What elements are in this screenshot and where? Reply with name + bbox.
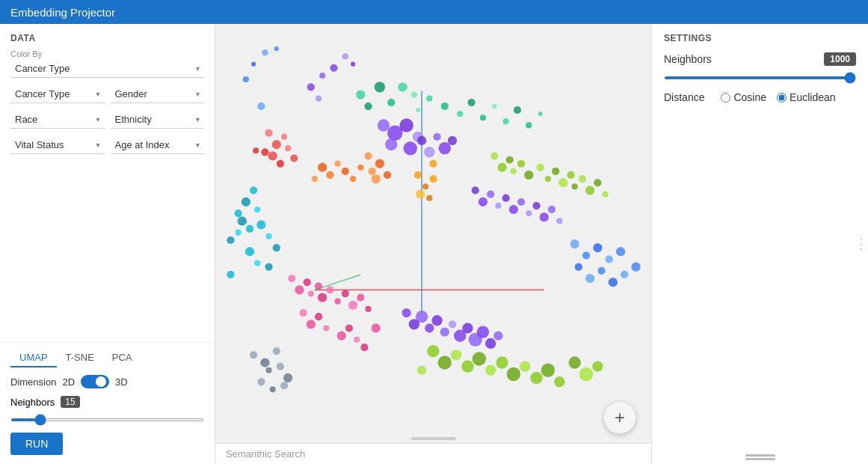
cancer-type-select[interactable]: Cancer Type [10, 85, 105, 103]
run-button[interactable]: RUN [10, 433, 63, 455]
svg-point-4 [330, 64, 337, 72]
race-select-wrapper[interactable]: Race [10, 111, 111, 129]
svg-point-156 [541, 364, 555, 377]
svg-point-176 [266, 367, 272, 373]
svg-point-119 [335, 299, 341, 305]
svg-point-117 [318, 293, 327, 302]
svg-point-157 [417, 366, 426, 375]
vital-status-select[interactable]: Vital Status [10, 136, 105, 154]
svg-point-41 [448, 136, 457, 145]
pull-handle2 [745, 458, 775, 460]
svg-point-145 [493, 332, 502, 341]
resize-handle[interactable]: ⋮ [855, 236, 868, 252]
svg-point-162 [570, 239, 579, 248]
svg-point-79 [273, 244, 280, 251]
svg-point-28 [514, 106, 521, 114]
svg-point-165 [606, 255, 613, 263]
svg-point-44 [429, 175, 437, 183]
svg-point-138 [440, 327, 449, 336]
svg-point-177 [277, 363, 284, 370]
svg-point-174 [260, 358, 269, 367]
svg-point-62 [372, 174, 381, 183]
distance-label: Distance [664, 91, 704, 103]
svg-point-122 [357, 293, 364, 301]
svg-point-19 [364, 103, 372, 110]
svg-point-57 [364, 152, 372, 159]
ethnicity-select[interactable]: Ethnicity [111, 111, 205, 129]
svg-point-99 [603, 191, 609, 197]
svg-point-104 [502, 195, 510, 202]
neighbors-settings-slider[interactable] [664, 76, 856, 79]
gender-select-wrapper[interactable]: Gender [111, 85, 205, 103]
gender-select[interactable]: Gender [111, 85, 205, 103]
svg-point-178 [283, 373, 292, 382]
svg-point-109 [540, 213, 549, 222]
svg-point-12 [262, 49, 268, 55]
color-by-select[interactable]: Cancer Type [10, 60, 204, 78]
zoom-button[interactable]: + [603, 401, 636, 434]
svg-point-101 [478, 198, 487, 207]
age-at-index-select[interactable]: Age at Index [111, 136, 205, 154]
svg-point-81 [254, 260, 260, 266]
vital-status-select-wrapper[interactable]: Vital Status [10, 136, 111, 154]
dimension-row: Dimension 2D 3D [10, 375, 204, 388]
age-at-index-select-wrapper[interactable]: Age at Index [111, 136, 205, 154]
svg-point-68 [312, 176, 318, 182]
svg-point-21 [416, 108, 420, 112]
svg-point-168 [585, 274, 594, 283]
neighbors-slider-container [10, 412, 204, 424]
svg-point-49 [272, 140, 281, 149]
svg-point-47 [429, 159, 437, 167]
svg-point-83 [227, 271, 234, 278]
svg-point-149 [461, 360, 473, 372]
search-label: Semanthic Search [226, 448, 305, 460]
cosine-label: Cosine [733, 91, 766, 103]
dimension-label: Dimension [10, 376, 56, 388]
svg-point-164 [593, 243, 602, 252]
svg-point-120 [342, 290, 349, 297]
svg-point-74 [246, 225, 253, 232]
tab-tsne[interactable]: T-SNE [57, 349, 103, 367]
svg-point-85 [497, 163, 506, 172]
svg-point-107 [526, 210, 532, 216]
left-panel: DATA Color By Cancer Type Cancer Type [0, 24, 215, 464]
svg-point-175 [250, 351, 257, 358]
neighbors-settings-badge: 1000 [824, 52, 856, 66]
toggle-slider [81, 375, 109, 388]
svg-point-64 [342, 168, 349, 175]
color-by-dropdown-wrapper: Cancer Type [10, 60, 204, 78]
race-select[interactable]: Race [10, 111, 105, 129]
neighbors-slider[interactable] [10, 418, 204, 421]
svg-point-129 [345, 324, 353, 332]
svg-point-93 [558, 178, 567, 187]
svg-point-152 [496, 356, 508, 368]
svg-point-139 [449, 320, 456, 328]
svg-point-126 [315, 313, 322, 320]
svg-point-46 [426, 195, 432, 201]
svg-point-153 [507, 367, 520, 381]
svg-point-158 [554, 376, 564, 387]
euclidean-radio-label[interactable]: Euclidean [777, 91, 836, 103]
svg-point-10 [243, 76, 249, 82]
svg-point-131 [372, 323, 381, 332]
svg-point-123 [365, 306, 371, 312]
svg-point-30 [538, 112, 543, 116]
svg-point-50 [261, 148, 268, 156]
svg-point-121 [348, 301, 357, 310]
cosine-radio[interactable] [721, 93, 730, 103]
euclidean-label: Euclidean [789, 91, 836, 103]
svg-point-56 [253, 147, 259, 153]
cancer-type-select-wrapper[interactable]: Cancer Type [10, 85, 111, 103]
ethnicity-select-wrapper[interactable]: Ethnicity [111, 111, 205, 129]
svg-point-71 [235, 210, 242, 217]
cosine-radio-label[interactable]: Cosine [721, 91, 766, 103]
svg-point-22 [441, 103, 449, 110]
svg-point-38 [424, 147, 434, 157]
tab-pca[interactable]: PCA [103, 349, 141, 367]
color-by-select-wrapper[interactable]: Cancer Type [10, 60, 204, 78]
euclidean-radio[interactable] [777, 93, 787, 103]
dimension-toggle[interactable] [81, 375, 109, 388]
svg-point-167 [575, 263, 582, 271]
right-panel: SETTINGS Neighbors 1000 Distance Cosine … [651, 24, 868, 464]
tab-umap[interactable]: UMAP [10, 349, 57, 367]
